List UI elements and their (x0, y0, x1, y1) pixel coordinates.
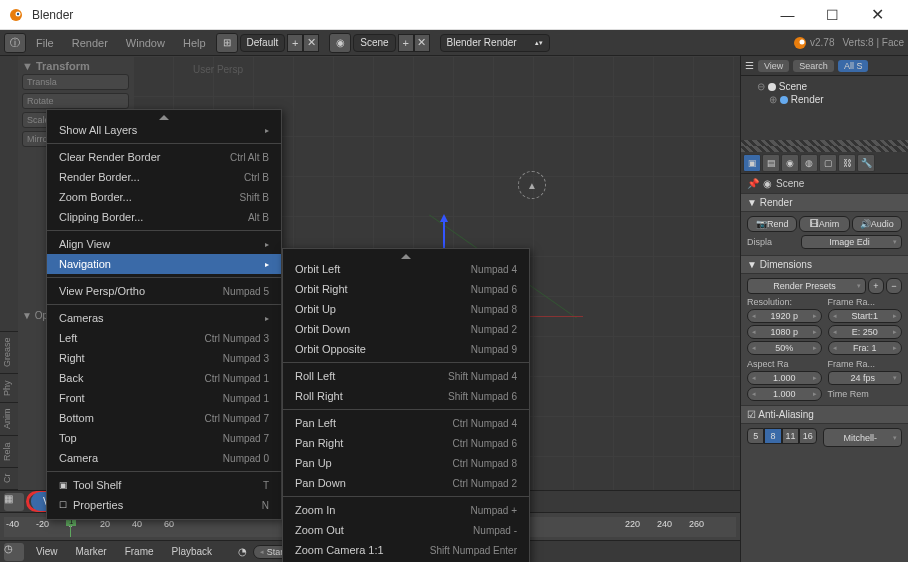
fps-dropdown[interactable]: 24 fps▾ (828, 371, 903, 385)
aspect-x-field[interactable]: ◂1.000▸ (747, 371, 822, 385)
res-pct-field[interactable]: ◂50%▸ (747, 341, 822, 355)
render-engine-dropdown[interactable]: Blender Render▴▾ (440, 34, 550, 52)
mi-zoom-camera[interactable]: Zoom Camera 1:1Shift Numpad Enter (283, 540, 529, 560)
minimize-button[interactable]: — (765, 0, 810, 30)
mi-clip-border[interactable]: Clipping Border...Alt B (47, 207, 281, 227)
preset-add[interactable]: + (868, 278, 884, 294)
aa-5[interactable]: 5 (747, 428, 764, 444)
translate-button[interactable]: Transla (22, 74, 129, 90)
mi-align-view[interactable]: Align View▸ (47, 234, 281, 254)
tab-constraint-icon[interactable]: ⛓ (838, 154, 856, 172)
mi-left[interactable]: LeftCtrl Numpad 3 (47, 328, 281, 348)
editor-type-icon[interactable]: ⓘ (4, 33, 26, 53)
menu-render[interactable]: Render (64, 30, 116, 56)
mi-orbit-down[interactable]: Orbit DownNumpad 2 (283, 319, 529, 339)
mi-orbit-opposite[interactable]: Orbit OppositeNumpad 9 (283, 339, 529, 359)
menu-file[interactable]: File (28, 30, 62, 56)
close-button[interactable]: ✕ (855, 0, 900, 30)
camera-object[interactable] (518, 171, 546, 199)
dimensions-panel-header[interactable]: ▼ Dimensions (741, 255, 908, 274)
tl-frame-menu[interactable]: Frame (119, 544, 160, 559)
res-y-field[interactable]: ◂1080 p▸ (747, 325, 822, 339)
tab-grease[interactable]: Grease (0, 331, 18, 374)
tab-modifier-icon[interactable]: 🔧 (857, 154, 875, 172)
aa-16[interactable]: 16 (799, 428, 816, 444)
outliner-filter-dropdown[interactable]: All S (838, 60, 869, 72)
rotate-button[interactable]: Rotate (22, 93, 129, 109)
mi-orbit-right[interactable]: Orbit RightNumpad 6 (283, 279, 529, 299)
mi-navigation[interactable]: Navigation▸ (47, 254, 281, 274)
scene-browse-icon[interactable]: ◉ (329, 33, 351, 53)
editor-type-timeline-icon[interactable]: ◷ (4, 543, 24, 561)
mi-zoom-border[interactable]: Zoom Border...Shift B (47, 187, 281, 207)
anim-button[interactable]: 🎞Anim (799, 216, 849, 232)
render-button[interactable]: 📷Rend (747, 216, 797, 232)
mi-cameras[interactable]: Cameras▸ (47, 308, 281, 328)
scene-add-remove[interactable]: +✕ (398, 34, 430, 52)
editor-type-3dview-icon[interactable]: ▦ (4, 493, 24, 511)
layout-add-remove[interactable]: +✕ (287, 34, 319, 52)
tab-world-icon[interactable]: ◍ (800, 154, 818, 172)
mi-clear-border[interactable]: Clear Render BorderCtrl Alt B (47, 147, 281, 167)
mi-orbit-left[interactable]: Orbit LeftNumpad 4 (283, 259, 529, 279)
end-field[interactable]: ◂E: 250▸ (828, 325, 903, 339)
mi-show-all-layers[interactable]: Show All Layers▸ (47, 120, 281, 140)
mi-right[interactable]: RightNumpad 3 (47, 348, 281, 368)
mi-front[interactable]: FrontNumpad 1 (47, 388, 281, 408)
audio-button[interactable]: 🔊Audio (852, 216, 902, 232)
render-presets-dropdown[interactable]: Render Presets▾ (747, 278, 866, 294)
display-dropdown[interactable]: Image Edi▾ (801, 235, 902, 249)
aa-checkbox[interactable]: ☑ (747, 409, 756, 420)
tab-physics[interactable]: Phy (0, 373, 18, 402)
aa-panel-header[interactable]: ☑ Anti-Aliasing (741, 405, 908, 424)
maximize-button[interactable]: ☐ (810, 0, 855, 30)
start-field[interactable]: ◂Start:1▸ (828, 309, 903, 323)
aspect-y-field[interactable]: ◂1.000▸ (747, 387, 822, 401)
tab-scene-icon[interactable]: ◉ (781, 154, 799, 172)
aa-11[interactable]: 11 (782, 428, 799, 444)
menu-window[interactable]: Window (118, 30, 173, 56)
tab-animation[interactable]: Anim (0, 402, 18, 436)
tab-object-icon[interactable]: ▢ (819, 154, 837, 172)
mi-persp-ortho[interactable]: View Persp/OrthoNumpad 5 (47, 281, 281, 301)
mi-zoom-in[interactable]: Zoom InNumpad + (283, 500, 529, 520)
mi-bottom[interactable]: BottomCtrl Numpad 7 (47, 408, 281, 428)
mi-render-border[interactable]: Render Border...Ctrl B (47, 167, 281, 187)
outliner-view-menu[interactable]: View (758, 60, 789, 72)
step-field[interactable]: ◂Fra: 1▸ (828, 341, 903, 355)
mi-pan-left[interactable]: Pan LeftCtrl Numpad 4 (283, 413, 529, 433)
mi-properties[interactable]: ☐PropertiesN (47, 495, 281, 515)
mi-roll-right[interactable]: Roll RightShift Numpad 6 (283, 386, 529, 406)
tree-scene[interactable]: ⊖ Scene (745, 80, 904, 93)
pin-icon[interactable]: 📌 (747, 178, 759, 189)
screen-browse-icon[interactable]: ⊞ (216, 33, 238, 53)
mi-camera[interactable]: CameraNumpad 0 (47, 448, 281, 468)
tl-view-menu[interactable]: View (30, 544, 64, 559)
res-x-field[interactable]: ◂1920 p▸ (747, 309, 822, 323)
aa-8[interactable]: 8 (764, 428, 781, 444)
tab-renderlayers-icon[interactable]: ▤ (762, 154, 780, 172)
tab-create[interactable]: Cr (0, 467, 18, 490)
outliner-search-menu[interactable]: Search (793, 60, 834, 72)
mi-back[interactable]: BackCtrl Numpad 1 (47, 368, 281, 388)
tab-relations[interactable]: Rela (0, 435, 18, 467)
tab-render-icon[interactable]: ▣ (743, 154, 761, 172)
render-panel-header[interactable]: ▼ Render (741, 193, 908, 212)
tl-marker-menu[interactable]: Marker (70, 544, 113, 559)
mi-pan-up[interactable]: Pan UpCtrl Numpad 8 (283, 453, 529, 473)
mi-pan-right[interactable]: Pan RightCtrl Numpad 6 (283, 433, 529, 453)
outliner-editor-icon[interactable]: ☰ (745, 60, 754, 71)
mi-toolshelf[interactable]: ▣Tool ShelfT (47, 475, 281, 495)
tl-playback-menu[interactable]: Playback (166, 544, 219, 559)
preset-remove[interactable]: − (886, 278, 902, 294)
tree-renderlayers[interactable]: ⊕ Render (745, 93, 904, 106)
mi-top[interactable]: TopNumpad 7 (47, 428, 281, 448)
menu-help[interactable]: Help (175, 30, 214, 56)
mi-pan-down[interactable]: Pan DownCtrl Numpad 2 (283, 473, 529, 493)
aa-filter-dropdown[interactable]: Mitchell-▾ (823, 428, 903, 447)
mi-orbit-up[interactable]: Orbit UpNumpad 8 (283, 299, 529, 319)
mi-zoom-out[interactable]: Zoom OutNumpad - (283, 520, 529, 540)
sync-icon[interactable]: ◔ (238, 546, 247, 557)
mi-roll-left[interactable]: Roll LeftShift Numpad 4 (283, 366, 529, 386)
scene-dropdown[interactable]: Scene (353, 34, 395, 52)
